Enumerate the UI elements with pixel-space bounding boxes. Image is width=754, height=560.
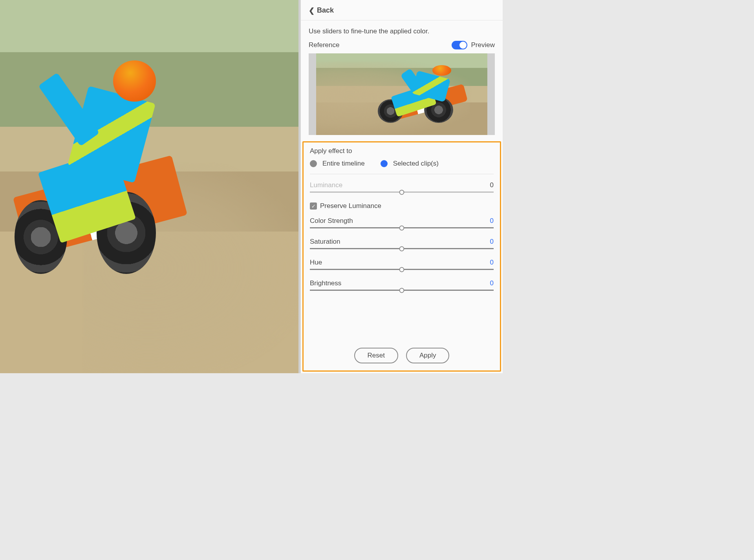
preview-label: Preview	[471, 41, 495, 49]
reference-thumbnail-container: 58	[309, 53, 495, 135]
apply-effect-title: Apply effect to	[310, 147, 494, 155]
radio-dot-selected	[381, 160, 388, 167]
brightness-slider-group: Brightness 0	[310, 279, 494, 293]
slider-thumb[interactable]	[399, 267, 404, 272]
radio-label: Selected clip(s)	[393, 160, 439, 168]
back-button[interactable]: ❮ Back	[301, 0, 503, 20]
radio-dot-unselected	[310, 160, 317, 167]
luminance-label: Luminance	[310, 181, 342, 189]
thumb-helmet	[432, 65, 451, 76]
effect-controls-highlight: Apply effect to Entire timeline Selected…	[302, 141, 501, 372]
instruction-text: Use sliders to fine-tune the applied col…	[301, 20, 503, 41]
hue-label: Hue	[310, 259, 322, 266]
slider-thumb[interactable]	[399, 288, 404, 293]
reference-label: Reference	[309, 41, 339, 49]
hue-slider[interactable]	[310, 269, 494, 270]
saturation-slider-group: Saturation 0	[310, 238, 494, 252]
preserve-luminance-checkbox[interactable]: ✓	[310, 202, 317, 210]
saturation-value: 0	[490, 238, 494, 246]
thumb-rider: 58	[381, 62, 467, 120]
brightness-value: 0	[490, 279, 494, 287]
check-icon: ✓	[311, 203, 316, 209]
rider-figure: 58	[18, 52, 182, 257]
brightness-slider[interactable]	[310, 290, 494, 291]
apply-target-radio-group: Entire timeline Selected clip(s)	[310, 160, 494, 174]
slider-thumb[interactable]	[399, 246, 404, 251]
color-strength-label: Color Strength	[310, 217, 353, 225]
back-label: Back	[317, 6, 334, 15]
slider-thumb[interactable]	[399, 190, 404, 195]
toggle-knob	[459, 42, 467, 49]
preserve-luminance-label: Preserve Luminance	[320, 202, 381, 210]
brightness-label: Brightness	[310, 279, 341, 287]
saturation-label: Saturation	[310, 238, 340, 246]
radio-label: Entire timeline	[322, 160, 365, 168]
hue-slider-group: Hue 0	[310, 259, 494, 272]
reference-thumbnail[interactable]: 58	[316, 53, 487, 135]
color-adjustment-panel: ❮ Back Use sliders to fine-tune the appl…	[300, 0, 503, 373]
action-buttons-row: Reset Apply	[310, 338, 494, 363]
rider-helmet	[113, 60, 156, 102]
luminance-value: 0	[490, 181, 494, 189]
reset-button[interactable]: Reset	[354, 348, 398, 363]
luminance-slider[interactable]	[310, 192, 494, 193]
main-preview-image: 58	[0, 0, 298, 373]
saturation-slider[interactable]	[310, 248, 494, 249]
chevron-left-icon: ❮	[309, 7, 315, 14]
preserve-luminance-row[interactable]: ✓ Preserve Luminance	[310, 202, 494, 210]
slider-thumb[interactable]	[399, 225, 404, 230]
main-preview-area: 58	[0, 0, 300, 373]
hue-value: 0	[490, 259, 494, 266]
preview-toggle[interactable]	[452, 41, 467, 49]
reference-header-row: Reference Preview	[301, 41, 503, 53]
color-strength-slider-group: Color Strength 0	[310, 217, 494, 231]
radio-entire-timeline[interactable]: Entire timeline	[310, 160, 365, 168]
radio-selected-clips[interactable]: Selected clip(s)	[381, 160, 439, 168]
color-strength-value: 0	[490, 217, 494, 225]
apply-button[interactable]: Apply	[406, 348, 450, 363]
luminance-slider-group: Luminance 0	[310, 181, 494, 195]
preview-toggle-group: Preview	[452, 41, 495, 49]
color-strength-slider[interactable]	[310, 227, 494, 228]
